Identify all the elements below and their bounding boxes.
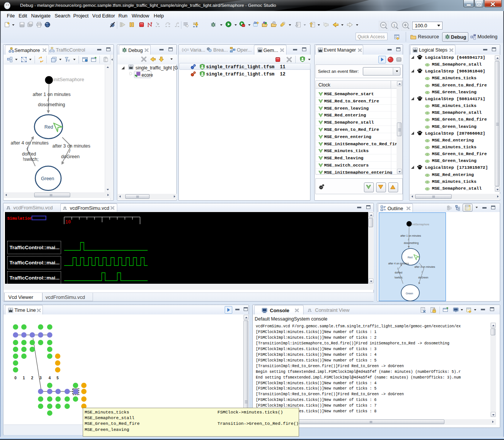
svg-text:doGreen: doGreen (418, 276, 428, 279)
svg-text:after 3 on minutes: after 3 on minutes (414, 266, 435, 268)
svg-text:dosomething: dosomething (404, 242, 419, 245)
svg-text:TrafficControl::mai...: TrafficControl::mai... (9, 260, 60, 266)
svg-text:initSemaphore: initSemaphore (412, 223, 429, 226)
svg-text:after 3 on minutes: after 3 on minutes (52, 143, 90, 149)
svg-text:Green: Green (406, 292, 413, 295)
svg-text:/: / (69, 149, 71, 154)
svg-text:10: 10 (65, 220, 71, 225)
svg-text:dosomething: dosomething (38, 102, 65, 107)
svg-text:doGreen: doGreen (61, 154, 80, 159)
svg-text:/: / (27, 146, 28, 152)
svg-text:2: 2 (31, 376, 33, 380)
svg-text:Red: Red (408, 256, 413, 259)
svg-text:doRed: doRed (22, 151, 36, 157)
svg-text:/: / (422, 270, 422, 273)
svg-text:TrafficControl::mai...: TrafficControl::mai... (9, 275, 60, 281)
svg-text:Simulation: Simulation (7, 216, 32, 221)
svg-text:5: 5 (57, 376, 59, 380)
svg-text:doRed: doRed (395, 271, 402, 274)
svg-text:after 4 on minutes: after 4 on minutes (388, 262, 409, 265)
svg-text:/: / (47, 97, 49, 102)
svg-text:M: M (474, 34, 476, 36)
svg-text:initSemaphore: initSemaphore (54, 77, 84, 82)
svg-text:1: 1 (23, 376, 25, 380)
svg-text:4: 4 (49, 376, 51, 380)
svg-text:after 1 on minutes: after 1 on minutes (33, 92, 71, 97)
svg-text:TrafficControl::mai...: TrafficControl::mai... (9, 245, 60, 250)
svg-text:Red: Red (44, 124, 53, 130)
svg-text:after 1 on minutes: after 1 on minutes (400, 234, 421, 237)
svg-text:!switch;: !switch; (394, 276, 403, 279)
svg-text:0: 0 (14, 376, 17, 380)
svg-text:3: 3 (39, 376, 42, 380)
svg-text:Green: Green (41, 176, 54, 181)
svg-text:!switch;: !switch; (23, 157, 39, 162)
svg-text:after 4 on minutes: after 4 on minutes (11, 140, 49, 146)
svg-text:/: / (408, 238, 409, 241)
svg-text:/: / (397, 267, 398, 270)
svg-text:1: 1 (394, 24, 395, 27)
